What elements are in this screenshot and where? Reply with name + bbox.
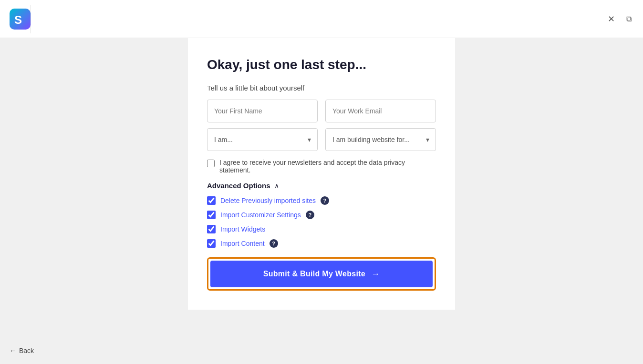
chevron-up-icon: ∧ (274, 182, 279, 190)
advanced-label-4[interactable]: Import Content (220, 240, 265, 247)
advanced-label-3[interactable]: Import Widgets (220, 225, 265, 233)
help-icon-4[interactable]: ? (270, 239, 278, 248)
back-button[interactable]: ← Back (10, 347, 34, 354)
submit-button[interactable]: Submit & Build My Website → (210, 261, 433, 287)
app-logo: S (10, 9, 31, 30)
external-link-icon: ⧉ (626, 15, 632, 23)
top-bar-left: S (10, 5, 41, 33)
advanced-label-2[interactable]: Import Customizer Settings (220, 211, 301, 219)
newsletter-checkbox[interactable] (207, 160, 215, 167)
role-select-wrapper: I am... Developer Designer Marketer (207, 128, 318, 151)
top-bar-divider (31, 5, 31, 33)
advanced-options-header[interactable]: Advanced Options ∧ (207, 182, 436, 190)
role-building-row: I am... Developer Designer Marketer I am… (207, 128, 436, 151)
work-email-field (325, 100, 436, 122)
name-email-row (207, 100, 436, 122)
back-label: Back (19, 347, 34, 354)
advanced-checkbox-2[interactable] (207, 211, 216, 219)
svg-text:S: S (14, 13, 22, 26)
building-select-wrapper: I am building website for... A client My… (325, 128, 436, 151)
advanced-option-3-row: Import Widgets (207, 225, 436, 233)
top-bar: S ✕ ⧉ (0, 0, 643, 38)
arrow-right-icon: → (371, 269, 380, 279)
advanced-checkbox-3[interactable] (207, 225, 216, 233)
first-name-input[interactable] (207, 100, 318, 122)
advanced-label-1[interactable]: Delete Previously imported sites (220, 197, 316, 204)
work-email-input[interactable] (325, 100, 436, 122)
close-button[interactable]: ✕ (606, 12, 617, 26)
first-name-field (207, 100, 318, 122)
submit-button-wrapper: Submit & Build My Website → (207, 257, 436, 291)
role-select[interactable]: I am... Developer Designer Marketer (207, 128, 318, 151)
advanced-option-1-row: Delete Previously imported sites ? (207, 196, 436, 205)
form-subtitle: Tell us a little bit about yourself (207, 84, 436, 92)
close-icon: ✕ (608, 14, 615, 24)
help-icon-1[interactable]: ? (321, 196, 329, 205)
advanced-options-title: Advanced Options (207, 182, 270, 190)
top-bar-right: ✕ ⧉ (606, 12, 633, 26)
newsletter-row: I agree to receive your newsletters and … (207, 159, 436, 174)
advanced-checkbox-1[interactable] (207, 196, 216, 205)
advanced-checkbox-4[interactable] (207, 239, 216, 248)
back-arrow-icon: ← (10, 347, 16, 354)
building-select[interactable]: I am building website for... A client My… (325, 128, 436, 151)
advanced-option-2-row: Import Customizer Settings ? (207, 211, 436, 219)
newsletter-label[interactable]: I agree to receive your newsletters and … (219, 159, 436, 174)
main-area: Okay, just one last step... Tell us a li… (0, 38, 643, 364)
form-card: Okay, just one last step... Tell us a li… (188, 38, 455, 310)
form-title: Okay, just one last step... (207, 57, 436, 72)
submit-button-label: Submit & Build My Website (263, 270, 365, 278)
external-link-button[interactable]: ⧉ (624, 13, 633, 25)
help-icon-2[interactable]: ? (306, 211, 314, 219)
advanced-option-4-row: Import Content ? (207, 239, 436, 248)
